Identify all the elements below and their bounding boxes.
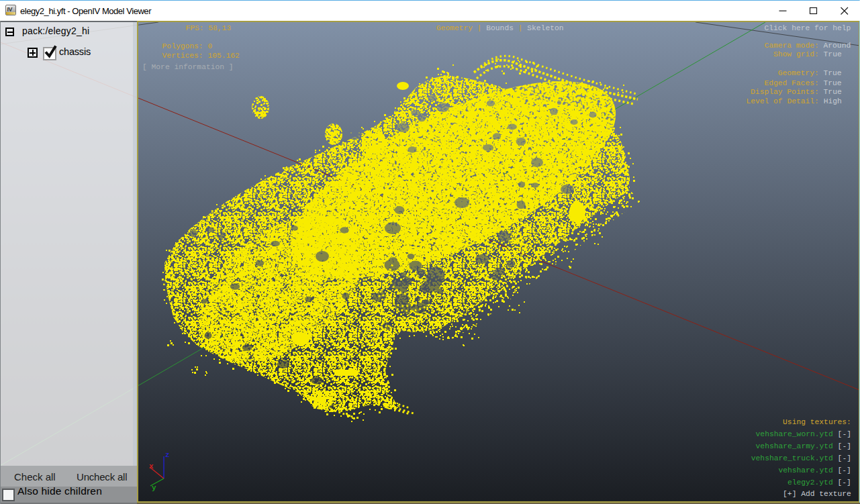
svg-text:y: y	[152, 484, 156, 492]
svg-text:x: x	[149, 462, 154, 470]
svg-text:z: z	[165, 451, 170, 459]
